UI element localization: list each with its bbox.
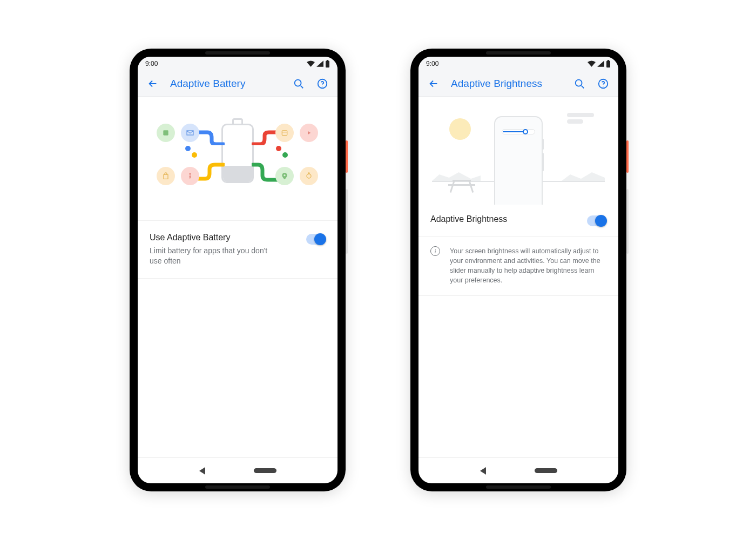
- status-icons: [588, 60, 611, 68]
- svg-rect-15: [308, 172, 310, 174]
- toggle-adaptive-battery[interactable]: [306, 234, 326, 245]
- brightness-slider-illustration: [502, 129, 535, 134]
- battery-icon: [606, 60, 611, 68]
- svg-point-14: [307, 174, 311, 178]
- app-icon: [275, 124, 294, 142]
- signal-icon: [597, 60, 604, 67]
- status-icons: [307, 60, 330, 68]
- svg-point-2: [295, 79, 301, 86]
- status-time: 9:00: [145, 60, 158, 68]
- mini-phone-illustration: [494, 116, 543, 205]
- info-text: Your screen brightness will automaticall…: [450, 246, 606, 286]
- sun-icon: [449, 118, 471, 140]
- android-nav-bar: [138, 457, 338, 483]
- svg-point-18: [576, 79, 582, 86]
- svg-rect-16: [606, 61, 610, 68]
- app-icon: [181, 124, 199, 142]
- picnic-table-icon: [448, 178, 475, 193]
- cloud-icon: [567, 119, 583, 124]
- power-button[interactable]: [626, 140, 629, 173]
- svg-rect-9: [163, 130, 168, 135]
- help-icon[interactable]: [316, 77, 329, 90]
- content: Adaptive Brightness i Your screen bright…: [418, 97, 618, 457]
- status-bar: 9:00: [418, 57, 618, 71]
- svg-rect-0: [326, 61, 329, 68]
- nav-home-pill[interactable]: [535, 468, 557, 473]
- setting-label: Use Adaptive Battery: [150, 233, 298, 242]
- svg-rect-11: [282, 131, 287, 136]
- svg-point-8: [282, 152, 288, 158]
- battery-icon: [325, 60, 330, 68]
- setting-label: Adaptive Brightness: [430, 214, 578, 224]
- phone-frame-right: 9:00 Adaptive Brightness: [410, 49, 626, 491]
- cloud-icon: [567, 113, 594, 117]
- app-icon: [157, 124, 175, 142]
- status-time: 9:00: [426, 60, 438, 68]
- speaker-top: [205, 51, 270, 55]
- wifi-icon: [307, 60, 315, 67]
- status-bar: 9:00: [138, 57, 338, 71]
- setting-row-adaptive-brightness[interactable]: Adaptive Brightness: [418, 205, 618, 237]
- svg-marker-12: [308, 131, 310, 134]
- app-icon: [181, 167, 199, 185]
- android-nav-bar: [418, 457, 618, 483]
- info-icon: i: [430, 246, 440, 256]
- speaker-bottom: [486, 485, 551, 489]
- mountain-icon: [562, 170, 605, 181]
- svg-point-7: [276, 146, 281, 151]
- setting-subtext: Limit battery for apps that you don't us…: [150, 246, 279, 266]
- back-icon[interactable]: [427, 77, 440, 90]
- power-button[interactable]: [346, 140, 348, 173]
- toggle-adaptive-brightness[interactable]: [587, 215, 606, 226]
- hero-illustration-battery: [138, 97, 338, 221]
- app-icon: [300, 124, 318, 142]
- svg-rect-1: [327, 60, 329, 62]
- volume-button[interactable]: [626, 189, 629, 254]
- app-icon: [157, 167, 175, 185]
- nav-back-button[interactable]: [199, 467, 205, 475]
- page-title: Adaptive Brightness: [451, 78, 562, 90]
- volume-button[interactable]: [346, 189, 348, 254]
- content: Use Adaptive Battery Limit battery for a…: [138, 97, 338, 457]
- svg-point-10: [189, 173, 191, 174]
- help-icon[interactable]: [597, 77, 610, 90]
- app-bar: Adaptive Battery: [138, 71, 338, 97]
- screen-left: 9:00 Adaptive Battery: [138, 57, 338, 483]
- search-icon[interactable]: [292, 77, 305, 90]
- svg-point-20: [603, 86, 603, 86]
- svg-rect-17: [608, 60, 610, 62]
- svg-point-6: [192, 152, 197, 158]
- svg-point-5: [185, 146, 191, 151]
- app-icon: [300, 167, 318, 185]
- speaker-top: [486, 51, 551, 55]
- page-title: Adaptive Battery: [170, 78, 281, 90]
- svg-point-4: [322, 86, 322, 86]
- setting-row-adaptive-battery[interactable]: Use Adaptive Battery Limit battery for a…: [138, 221, 338, 279]
- nav-back-button[interactable]: [480, 467, 486, 475]
- svg-point-13: [284, 174, 285, 176]
- back-icon[interactable]: [146, 77, 159, 90]
- info-row: i Your screen brightness will automatica…: [418, 237, 618, 296]
- app-bar: Adaptive Brightness: [418, 71, 618, 97]
- speaker-bottom: [205, 485, 270, 489]
- phone-frame-left: 9:00 Adaptive Battery: [130, 49, 346, 491]
- hero-illustration-brightness: [418, 97, 618, 205]
- nav-home-pill[interactable]: [254, 468, 276, 473]
- screen-right: 9:00 Adaptive Brightness: [418, 57, 618, 483]
- signal-icon: [316, 60, 323, 67]
- wifi-icon: [588, 60, 596, 67]
- search-icon[interactable]: [573, 77, 586, 90]
- app-icon: [275, 167, 294, 185]
